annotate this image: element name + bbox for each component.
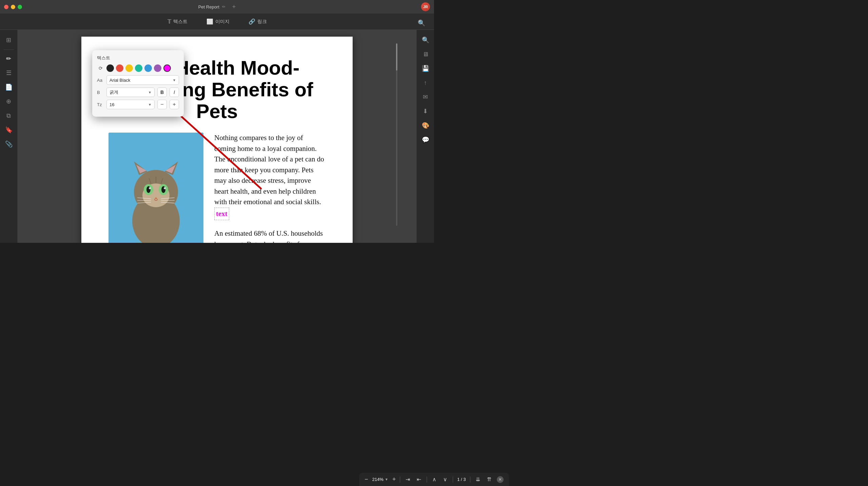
- content-area: Nothing compares to the joy of coming ho…: [108, 133, 326, 243]
- font-select-arrow: ▼: [173, 78, 176, 82]
- size-select-arrow: ▼: [148, 103, 152, 106]
- image-tool-icon: ⬜: [206, 18, 213, 25]
- svg-point-10: [146, 186, 151, 193]
- right-mail-icon[interactable]: ✉: [419, 91, 432, 103]
- right-search-icon[interactable]: 🔍: [419, 34, 432, 46]
- avatar: JR: [421, 2, 430, 11]
- right-share-icon[interactable]: ↑: [419, 77, 432, 89]
- size-value: 16: [110, 102, 114, 107]
- sidebar-list-icon[interactable]: ☰: [3, 67, 15, 79]
- minimize-button[interactable]: [11, 5, 15, 9]
- color-swatch-red[interactable]: [116, 64, 123, 72]
- image-tool[interactable]: ⬜ 이미지: [202, 16, 234, 27]
- size-row: Tz 16 ▼ − +: [97, 100, 179, 109]
- right-color-icon[interactable]: 🎨: [419, 119, 432, 132]
- left-sidebar: ⊞ ✏ ☰ 📄 ⊕ ⧉ 🔖 📎: [0, 30, 18, 243]
- color-swatch-black[interactable]: [106, 64, 114, 72]
- sidebar-link-icon[interactable]: 📎: [3, 138, 15, 150]
- titlebar-center: Pet Report ✏ +: [198, 3, 236, 11]
- size-plus-button[interactable]: +: [170, 100, 179, 109]
- paragraph-2: An estimated 68% of U.S. households have…: [214, 228, 326, 243]
- right-save-icon[interactable]: 💾: [419, 62, 432, 75]
- document-title: Pet Report: [198, 4, 219, 9]
- inline-text-box[interactable]: text: [214, 208, 229, 220]
- sidebar-bookmark-icon[interactable]: 🔖: [3, 124, 15, 136]
- svg-point-11: [161, 186, 165, 193]
- right-comment-icon[interactable]: 💬: [419, 134, 432, 146]
- color-picker-icon[interactable]: ⟳: [97, 64, 104, 72]
- color-swatch-blue[interactable]: [144, 64, 152, 72]
- font-label: Aa: [97, 78, 104, 83]
- add-tab-button[interactable]: +: [232, 3, 236, 11]
- text-tool-icon: 𝕋: [167, 18, 171, 25]
- text-tool[interactable]: 𝕋 텍스트: [163, 16, 192, 27]
- image-tool-label: 이미지: [215, 19, 230, 25]
- svg-point-12: [149, 187, 151, 189]
- link-tool[interactable]: 🔗 링크: [244, 16, 271, 27]
- sidebar-divider: [4, 50, 14, 50]
- canvas-area: The Health Mood-Boosting Benefits of Pet…: [18, 30, 416, 243]
- maximize-button[interactable]: [18, 5, 22, 9]
- sidebar-grid-icon[interactable]: ⊞: [3, 34, 15, 46]
- link-tool-icon: 🔗: [249, 18, 255, 25]
- scrollbar-track: [396, 43, 397, 226]
- italic-button[interactable]: I: [170, 88, 179, 97]
- close-button[interactable]: [4, 5, 8, 9]
- cat-image: [108, 133, 203, 243]
- article-text: Nothing compares to the joy of coming ho…: [214, 133, 326, 243]
- weight-value: 굵게: [110, 89, 118, 95]
- weight-label: B: [97, 90, 104, 95]
- font-select[interactable]: Arial Black ▼: [106, 75, 179, 85]
- right-download-icon[interactable]: ⬇: [419, 105, 432, 117]
- toolbar: 𝕋 텍스트 ⬜ 이미지 🔗 링크 🔍: [0, 14, 434, 30]
- app-container: ⊞ ✏ ☰ 📄 ⊕ ⧉ 🔖 📎 The Health Mood-Boosting…: [0, 30, 434, 243]
- search-icon: 🔍: [418, 20, 425, 26]
- scrollbar-thumb[interactable]: [396, 43, 397, 71]
- search-button[interactable]: 🔍: [418, 19, 425, 27]
- right-sidebar: 🔍 🖥 💾 ↑ ✉ ⬇ 🎨 💬: [416, 30, 434, 243]
- highlight-text: text: [216, 210, 228, 218]
- sidebar-edit-icon[interactable]: ✏: [3, 53, 15, 65]
- weight-select[interactable]: 굵게 ▼: [106, 88, 155, 97]
- format-popup: 텍스트 ⟳ Aa Arial Black ▼: [92, 50, 184, 117]
- scrollbar[interactable]: [395, 43, 398, 226]
- edit-icon[interactable]: ✏: [222, 4, 225, 9]
- paragraph-1: Nothing compares to the joy of coming ho…: [214, 133, 326, 220]
- svg-point-13: [164, 187, 166, 189]
- text-tool-label: 텍스트: [173, 19, 188, 25]
- traffic-lights: [4, 5, 22, 9]
- sidebar-add-icon[interactable]: ⊕: [3, 95, 15, 108]
- font-row: Aa Arial Black ▼: [97, 75, 179, 85]
- link-tool-label: 링크: [257, 19, 267, 25]
- color-swatch-purple[interactable]: [154, 64, 161, 72]
- weight-select-arrow: ▼: [148, 91, 152, 94]
- size-label: Tz: [97, 102, 104, 107]
- size-minus-button[interactable]: −: [157, 100, 167, 109]
- bold-button[interactable]: B: [157, 88, 167, 97]
- sidebar-layers-icon[interactable]: ⧉: [3, 110, 15, 122]
- titlebar: Pet Report ✏ + JR: [0, 0, 434, 14]
- weight-row: B 굵게 ▼ B I: [97, 88, 179, 97]
- font-name: Arial Black: [110, 78, 130, 83]
- size-select[interactable]: 16 ▼: [106, 100, 155, 109]
- right-display-icon[interactable]: 🖥: [419, 48, 432, 60]
- color-swatch-teal[interactable]: [135, 64, 142, 72]
- sidebar-document-icon[interactable]: 📄: [3, 81, 15, 93]
- popup-title: 텍스트: [97, 55, 179, 61]
- color-swatches: ⟳: [97, 64, 179, 72]
- color-swatch-yellow[interactable]: [125, 64, 133, 72]
- color-swatch-pink[interactable]: [163, 64, 171, 72]
